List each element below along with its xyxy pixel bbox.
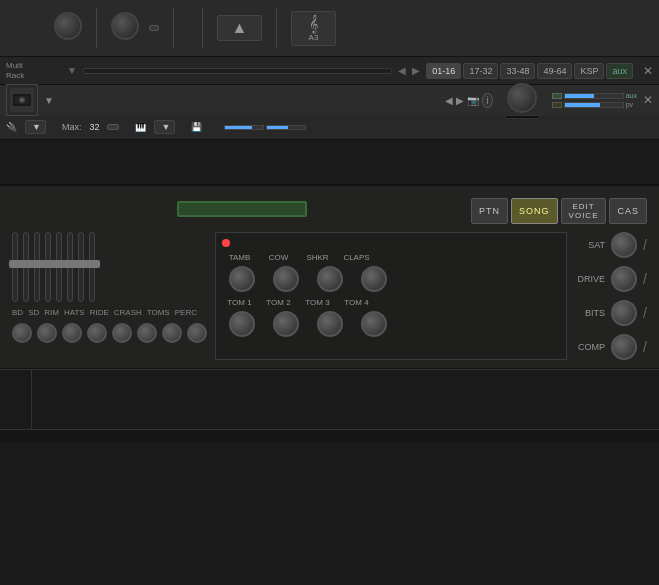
ch-knob-rim[interactable]: [62, 323, 82, 343]
bits-slash: /: [643, 305, 647, 321]
max-voices-label: Max:: [62, 122, 82, 132]
rack-close-button[interactable]: ✕: [643, 64, 653, 78]
ch-knob-hats[interactable]: [87, 323, 107, 343]
rx5-buttons: PTN SONG EDITVOICE CAS: [471, 198, 647, 224]
max-voices-value: 32: [89, 122, 99, 132]
rack-dropdown-arrow[interactable]: ▼: [67, 65, 77, 76]
multi-rack-label: MultiRack: [6, 61, 61, 80]
rack-tab-01-16[interactable]: 01-16: [426, 63, 461, 79]
level-bar-2: [564, 102, 624, 108]
rack-next-arrow[interactable]: ▶: [412, 65, 420, 76]
ch-faders-row: [12, 232, 207, 302]
ch-knob-toms[interactable]: [162, 323, 182, 343]
bits-label: BITS: [575, 308, 605, 318]
piano-keys-area[interactable]: // will be generated below: [32, 370, 659, 429]
midi-ch-dropdown[interactable]: ▼: [154, 120, 175, 134]
rack-prev-arrow[interactable]: ◀: [398, 65, 406, 76]
song-button[interactable]: SONG: [511, 198, 558, 224]
rx5-body: BD SD RIM HATS RIDE CRASH TOMS PERC: [12, 232, 647, 360]
rack-tab-33-48[interactable]: 33-48: [500, 63, 535, 79]
vol-b-section: 𝄞 A3: [291, 11, 336, 46]
bits-row: BITS /: [575, 300, 647, 326]
ptn-button[interactable]: PTN: [471, 198, 508, 224]
ext-button[interactable]: [149, 25, 159, 31]
pad-label-tamb: TAMB: [222, 253, 257, 262]
drive-row: DRIVE /: [575, 266, 647, 292]
inst-close-button[interactable]: ✕: [643, 93, 653, 107]
output-icon: 🔌: [6, 122, 17, 132]
rack-tab-aux[interactable]: aux: [606, 63, 633, 79]
pad-knob-tom4[interactable]: [361, 311, 387, 337]
ch-label-hats: HATS: [64, 308, 85, 317]
pads-knobs-row-2: [222, 311, 560, 337]
memory-icon: 💾: [191, 122, 202, 132]
master-vol-section: [54, 12, 82, 44]
pad-label-cow: COW: [261, 253, 296, 262]
channel-faders-section: BD SD RIM HATS RIDE CRASH TOMS PERC: [12, 232, 207, 360]
ch-knobs-row: [12, 323, 207, 343]
inst-next-arrow[interactable]: ▶: [456, 95, 464, 106]
tune-section: [505, 81, 540, 119]
rack-tab-17-32[interactable]: 17-32: [463, 63, 498, 79]
rack-name[interactable]: [83, 68, 392, 74]
tune-value: [505, 115, 540, 119]
comp-label: COMP: [575, 342, 605, 352]
ch-label-toms: TOMS: [147, 308, 170, 317]
divider-4: [276, 8, 277, 48]
pv-label: pv: [626, 101, 633, 108]
camera-icon[interactable]: 📷: [467, 95, 479, 106]
ch-label-sd: SD: [28, 308, 39, 317]
ch-knob-crash[interactable]: [137, 323, 157, 343]
bottom-scrollbar[interactable]: [0, 429, 659, 441]
pad-knob-tom2[interactable]: [273, 311, 299, 337]
ch-label-perc: PERC: [175, 308, 197, 317]
ch-labels-row: BD SD RIM HATS RIDE CRASH TOMS PERC: [12, 306, 207, 317]
pad-knob-shkr[interactable]: [317, 266, 343, 292]
pads-row-2: TOM 1 TOM 2 TOM 3 TOM 4: [222, 298, 560, 307]
level-fill-2: [565, 103, 600, 107]
instrument-panel-header: ▼ ◀ ▶ 📷 i aux: [0, 85, 659, 140]
rack-tab-49-64[interactable]: 49-64: [537, 63, 572, 79]
comp-knob[interactable]: [611, 334, 637, 360]
pad-label-tom2: TOM 2: [261, 298, 296, 307]
sat-knob[interactable]: [611, 232, 637, 258]
channel-fader-strip: // Generate 32 faders const faderRow = d…: [0, 140, 659, 186]
ch-fader-rim: [34, 232, 40, 302]
svg-point-4: [21, 99, 24, 102]
info-icon[interactable]: i: [482, 93, 492, 108]
master-vol-knob[interactable]: [54, 12, 82, 40]
inst-prev-arrow[interactable]: ◀: [445, 95, 453, 106]
tune-knob[interactable]: [507, 83, 537, 113]
pad-knob-tom3[interactable]: [317, 311, 343, 337]
ch-fader-crash: [67, 232, 73, 302]
rx5-header: PTN SONG EDITVOICE CAS: [12, 194, 647, 224]
solo-button[interactable]: [552, 93, 562, 99]
bits-knob[interactable]: [611, 300, 637, 326]
output-dropdown[interactable]: ▼: [25, 120, 46, 134]
drive-knob[interactable]: [611, 266, 637, 292]
ch-knob-sd[interactable]: [37, 323, 57, 343]
pad-knob-claps[interactable]: [361, 266, 387, 292]
purge-button[interactable]: [107, 124, 119, 130]
pad-knob-cow[interactable]: [273, 266, 299, 292]
pad-label-shkr: SHKR: [300, 253, 335, 262]
pad-knob-tamb[interactable]: [229, 266, 255, 292]
ch-label-rim: RIM: [44, 308, 59, 317]
mute-button[interactable]: [552, 102, 562, 108]
rx5-display: [177, 201, 307, 217]
ch-fader-ride: [56, 232, 62, 302]
rack-tab-ksp[interactable]: KSP: [574, 63, 604, 79]
inst-dropdown-arrow[interactable]: ▼: [44, 95, 54, 106]
master-tune-knob[interactable]: [111, 12, 139, 40]
ch-knob-ride[interactable]: [112, 323, 132, 343]
rack-tabs: 01-16 17-32 33-48 49-64 KSP aux: [426, 63, 633, 79]
edit-voice-button[interactable]: EDITVOICE: [561, 198, 607, 224]
master-tune-section: [111, 12, 139, 44]
vol-a-section: ▲: [217, 15, 262, 41]
ch-knob-perc[interactable]: [187, 323, 207, 343]
divider-3: [202, 8, 203, 48]
cas-button[interactable]: CAS: [609, 198, 647, 224]
piano-svg: // will be generated below: [32, 370, 652, 428]
pad-knob-tom1[interactable]: [229, 311, 255, 337]
ch-knob-bd[interactable]: [12, 323, 32, 343]
